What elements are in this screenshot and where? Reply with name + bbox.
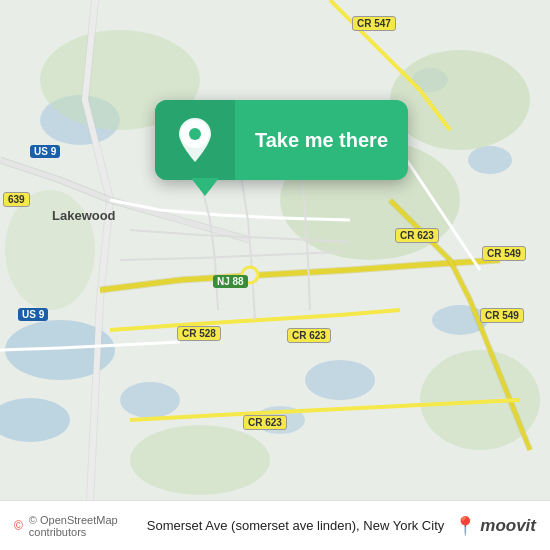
road-badge-cr549-top: CR 549 [482,246,526,261]
svg-point-6 [468,146,512,174]
road-badge-cr623-bot: CR 623 [243,415,287,430]
moovit-logo: 📍 moovit [454,515,536,537]
bottom-bar: © © OpenStreetMap contributors Somerset … [0,500,550,550]
svg-point-11 [390,50,530,150]
popup-icon-area [155,100,235,180]
svg-point-3 [120,382,180,418]
road-badge-cr623-top: CR 623 [395,228,439,243]
road-badge-cr528: CR 528 [177,326,221,341]
road-badge-nj88: NJ 88 [213,275,248,288]
location-text: Somerset Ave (somerset ave linden), New … [147,518,444,533]
popup-card: Take me there [155,100,408,180]
osm-logo: © [14,519,23,533]
osm-copyright-text: © OpenStreetMap contributors [29,514,147,538]
moovit-pin-icon: 📍 [454,515,476,537]
moovit-brand-text: moovit [480,516,536,536]
popup-text-area: Take me there [235,111,408,170]
road-badge-cr547: CR 547 [352,16,396,31]
take-me-there-button[interactable]: Take me there [255,129,388,152]
svg-point-14 [130,425,270,495]
road-badge-us9-top: US 9 [30,145,60,158]
map-container: US 9 639 US 9 NJ 88 CR 547 CR 623 CR 623… [0,0,550,500]
road-badge-639: 639 [3,192,30,207]
lakewood-label: Lakewood [52,208,116,223]
road-badge-us9-bottom: US 9 [18,308,48,321]
svg-point-18 [189,128,201,140]
road-badge-cr549-bot: CR 549 [480,308,524,323]
copyright-symbol: © [14,519,23,533]
road-badge-cr623-mid: CR 623 [287,328,331,343]
svg-point-4 [305,360,375,400]
location-pin-icon [177,118,213,162]
